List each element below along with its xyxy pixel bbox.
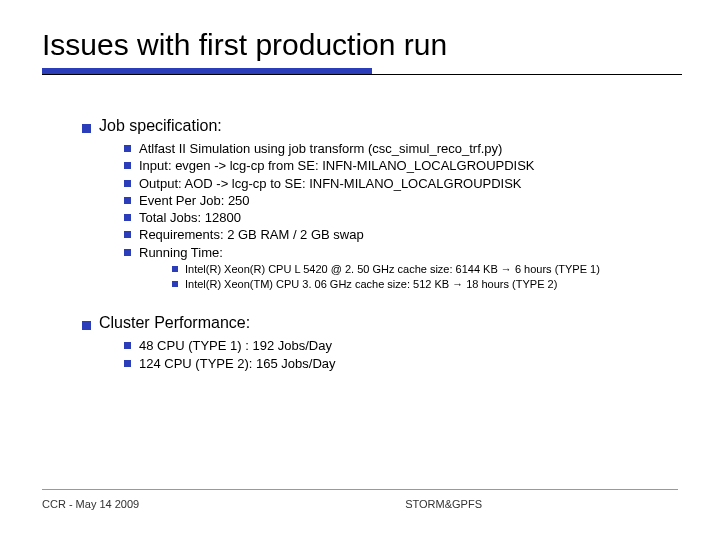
bullet-icon (124, 342, 131, 349)
bullet-icon (124, 197, 131, 204)
footer-rule (42, 489, 678, 490)
job-spec-list: Atlfast II Simulation using job transfor… (82, 141, 678, 291)
list-item: 48 CPU (TYPE 1) : 192 Jobs/Day (124, 338, 678, 354)
section-heading: Job specification: (99, 117, 222, 135)
footer-date: CCR - May 14 2009 (42, 498, 139, 510)
title-rule (42, 68, 678, 75)
list-item: Output: AOD -> lcg-cp to SE: INFN-MILANO… (124, 176, 678, 192)
slide-content: Job specification: Atlfast II Simulation… (42, 117, 678, 372)
running-time-list: Intel(R) Xeon(R) CPU L 5420 @ 2. 50 GHz … (124, 263, 678, 292)
section-cluster-perf: Cluster Performance: (82, 314, 678, 332)
list-item: 124 CPU (TYPE 2): 165 Jobs/Day (124, 356, 678, 372)
list-item: Intel(R) Xeon(R) CPU L 5420 @ 2. 50 GHz … (172, 263, 678, 277)
bullet-icon (124, 249, 131, 256)
bullet-icon (172, 281, 178, 287)
slide-footer: CCR - May 14 2009 STORM&GPFS (42, 489, 678, 510)
bullet-icon (124, 145, 131, 152)
bullet-icon (124, 231, 131, 238)
cluster-perf-list: 48 CPU (TYPE 1) : 192 Jobs/Day 124 CPU (… (82, 338, 678, 372)
list-item: Total Jobs: 12800 (124, 210, 678, 226)
bullet-icon (82, 124, 91, 133)
list-item: Atlfast II Simulation using job transfor… (124, 141, 678, 157)
footer-topic: STORM&GPFS (139, 498, 678, 510)
list-item: Input: evgen -> lcg-cp from SE: INFN-MIL… (124, 158, 678, 174)
list-item: Event Per Job: 250 (124, 193, 678, 209)
list-item: Intel(R) Xeon(TM) CPU 3. 06 GHz cache si… (172, 278, 678, 292)
list-item: Requirements: 2 GB RAM / 2 GB swap (124, 227, 678, 243)
slide-title: Issues with first production run (42, 28, 678, 62)
bullet-icon (124, 162, 131, 169)
bullet-icon (124, 180, 131, 187)
bullet-icon (124, 214, 131, 221)
bullet-icon (82, 321, 91, 330)
section-job-spec: Job specification: (82, 117, 678, 135)
list-item: Running Time: (124, 245, 678, 261)
bullet-icon (172, 266, 178, 272)
section-heading: Cluster Performance: (99, 314, 250, 332)
bullet-icon (124, 360, 131, 367)
